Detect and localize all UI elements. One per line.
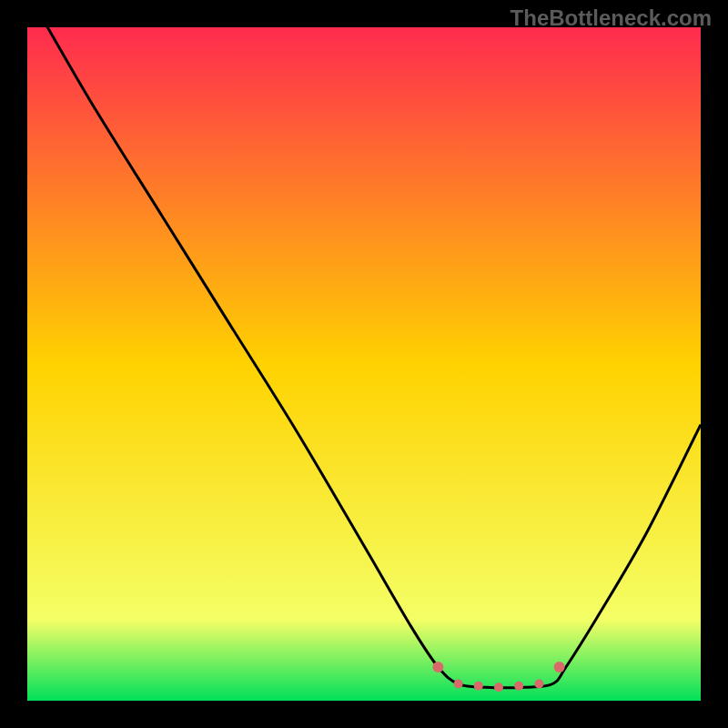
watermark-text: TheBottleneck.com xyxy=(511,5,712,31)
optimal-marker xyxy=(474,682,483,691)
gradient-background xyxy=(27,27,701,701)
bottleneck-curve-chart xyxy=(27,27,701,701)
optimal-marker xyxy=(534,680,543,689)
optimal-marker xyxy=(494,682,503,692)
optimal-marker xyxy=(514,682,523,691)
chart-container xyxy=(27,27,701,701)
optimal-marker xyxy=(454,680,463,689)
optimal-marker xyxy=(432,662,443,672)
optimal-marker xyxy=(554,662,565,672)
